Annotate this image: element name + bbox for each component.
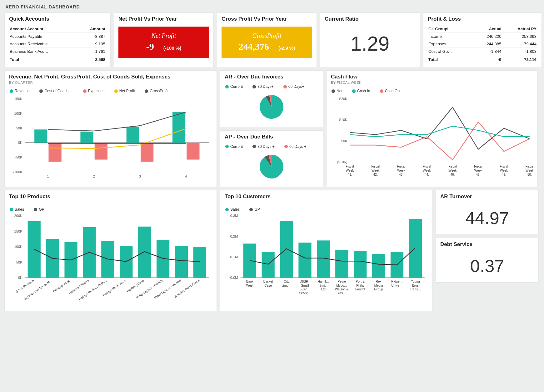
svg-text:Ltd: Ltd [321,287,326,291]
svg-rect-10 [80,131,93,143]
chart-legend: Net Cash In Cash Out [332,89,533,94]
quick-accounts-card: Quick Accounts Account.AccountAmount Acc… [4,13,111,67]
card-subtitle: BY QUARTER [9,81,212,84]
svg-text:50K: 50K [16,126,22,130]
card-title: Debt Service [440,241,534,248]
table-row: Accounts Receivable9,195 [9,40,106,48]
svg-text:DIISR -: DIISR - [300,280,310,283]
table-total: Total-972,116 [428,55,537,63]
chart-legend: Revenue Cost of Goods … Expenses Net Pro… [10,89,212,94]
svg-text:Port &: Port & [356,280,365,283]
table-row: Business Bank Acc…1,761 [9,48,106,55]
svg-text:McLo…: McLo… [336,284,347,287]
svg-text:Fiscal: Fiscal [474,165,482,168]
svg-text:Young: Young [411,280,420,283]
svg-text:Fiscal: Fiscal [346,165,354,168]
ar-turnover-value: 44.97 [440,200,534,231]
svg-rect-65 [138,226,151,277]
card-title: AR - Over Due Invoices [225,74,318,80]
svg-rect-14 [141,143,153,162]
svg-text:B & X Peacans: B & X Peacans [15,278,34,293]
svg-rect-8 [48,143,61,162]
svg-text:Week: Week [474,169,483,172]
ap-overdue-card: AP - Over Due Bills Current 30 Days + 60… [220,130,323,187]
svg-text:0.1M: 0.1M [230,255,238,259]
svg-text:-100K: -100K [13,170,22,173]
svg-text:50,: 50, [527,173,532,176]
table-total: Total2,568 [9,55,106,63]
chart-legend: Sales GP [10,207,212,212]
svg-text:Rex: Rex [376,280,382,283]
svg-rect-87 [298,242,311,277]
card-title: Gross Profit Vs Prior Year [222,16,312,22]
svg-text:Smith: Smith [319,284,327,287]
col-header: Account.Account [9,25,77,33]
svg-text:200K: 200K [14,214,23,218]
kpi-pct: (-2.9 %) [278,45,295,51]
cash-flow-chart[interactable]: ($10K)$0K$10K$20KFiscalWeek41,FiscalWeek… [331,96,533,181]
profit-loss-table: GL Groupi…ActualActual PY Income246,2202… [428,25,537,63]
svg-text:Group: Group [374,287,383,291]
revenue-quarter-chart[interactable]: -100K-50K0K50K100K150K1234 [9,96,212,181]
gross-profit-card: Gross Profit Vs Prior Year GrossProfit 2… [217,13,317,67]
card-title: AR Turnover [440,193,534,200]
cash-flow-card: Cash Flow BY FISCAL WEEK Net Cash In Cas… [326,70,537,187]
card-title: Revenue, Net Profit, GrossProfit, Cost o… [9,74,212,80]
svg-text:4: 4 [185,174,187,178]
page-title: XERO FINANCIAL DASHBOARD [6,4,540,9]
svg-text:Hamil…: Hamil… [318,280,329,283]
svg-text:Trans…: Trans… [410,287,421,291]
svg-text:Philip: Philip [356,284,364,287]
debt-service-card: Debt Service 0.37 [436,238,539,283]
chart-legend: Current 30 Days+ 60 Days+ [225,84,318,89]
svg-text:Media: Media [374,284,383,287]
svg-text:0K: 0K [18,276,22,279]
svg-text:Week: Week [423,169,431,172]
quick-accounts-table: Account.AccountAmount Accounts Payable-8… [9,25,106,63]
svg-text:Bros: Bros [412,284,419,287]
svg-text:50K: 50K [16,260,22,264]
svg-text:Ridge…: Ridge… [391,280,403,283]
svg-rect-71 [193,247,206,278]
chart-legend: Current 30 Days + 60 Days + [225,144,318,149]
svg-text:100K: 100K [14,111,23,115]
card-title: AP - Over Due Bills [225,134,318,140]
svg-text:Servic…: Servic… [299,291,311,294]
svg-text:Week: Week [372,169,380,172]
svg-text:43,: 43, [399,173,403,176]
current-ratio-value: 1.29 [325,23,415,58]
ap-pie-chart[interactable] [256,151,287,182]
svg-text:Week: Week [526,169,533,172]
svg-text:Small: Small [301,284,309,287]
svg-rect-69 [175,246,188,278]
svg-text:Unive…: Unive… [391,284,402,287]
svg-text:44,: 44, [425,173,429,176]
svg-text:3: 3 [139,174,141,178]
svg-text:47,: 47, [476,173,481,176]
svg-text:2: 2 [93,174,95,178]
svg-text:Week: Week [346,169,354,172]
kpi-label: GrossProfit [226,32,308,39]
svg-text:0.2M: 0.2M [230,234,238,238]
svg-text:Ass…: Ass… [337,291,346,294]
net-profit-card: Net Profit Vs Prior Year Net Profit -9(-… [114,13,214,67]
svg-text:Fiscal: Fiscal [397,165,405,168]
svg-text:Bank: Bank [246,280,254,283]
svg-text:150K: 150K [14,97,23,101]
svg-text:West: West [246,284,253,287]
profit-loss-card: Profit & Loss GL Groupi…ActualActual PY … [423,13,542,67]
svg-text:1: 1 [47,174,49,178]
svg-text:46,: 46, [450,173,455,176]
table-row: Income246,220253,363 [428,33,537,40]
ar-pie-chart[interactable] [256,91,287,123]
top-products-chart[interactable]: 0K50K100K150K200KB & X PeacansBig Max Da… [9,214,212,306]
top-customers-chart[interactable]: 0.0M0.1M0.2M0.3MBankWestBasketCaseCityLi… [225,214,428,306]
svg-text:Busin…: Busin… [299,287,311,291]
card-subtitle: BY FISCAL WEEK [331,81,533,84]
svg-text:$10K: $10K [339,118,348,122]
card-title: Current Ratio [325,16,415,22]
ar-turnover-card: AR Turnover 44.97 [436,190,539,235]
gross-profit-tile: GrossProfit 244,376(-2.9 %) [222,27,312,58]
card-title: Net Profit Vs Prior Year [118,16,209,22]
svg-text:($10K): ($10K) [337,160,347,164]
